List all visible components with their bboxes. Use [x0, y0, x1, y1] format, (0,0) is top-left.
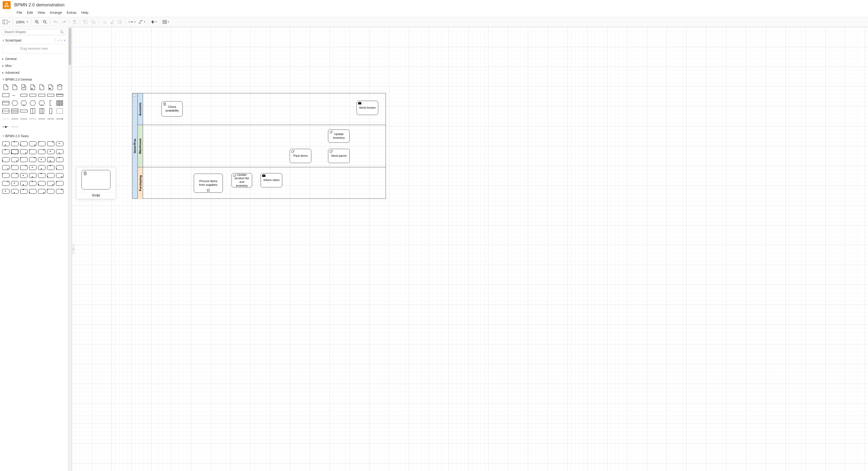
task-shape-6-1[interactable] — [11, 188, 19, 194]
task-shape-0-4[interactable] — [38, 140, 45, 147]
menu-extras[interactable]: Extras — [64, 10, 79, 15]
task-shape-1-4[interactable] — [38, 149, 45, 155]
canvas[interactable]: ◂ Script Items'R'us − − − − Accounts Che… — [72, 27, 868, 471]
shape-page-6[interactable] — [47, 84, 55, 90]
task-shape-0-5[interactable] — [47, 140, 55, 147]
shape-edge-4[interactable] — [29, 116, 36, 122]
shape-table[interactable] — [56, 100, 63, 106]
shape-rect-header[interactable] — [2, 100, 9, 106]
task-shape-6-0[interactable] — [2, 188, 9, 194]
search-input[interactable] — [4, 30, 60, 34]
to-back-button[interactable] — [89, 18, 97, 26]
task-shape-4-3[interactable] — [29, 172, 36, 179]
task-send-invoice[interactable]: Send invoice — [356, 101, 378, 115]
task-shape-5-4[interactable] — [38, 180, 45, 187]
task-shape-3-1[interactable] — [11, 164, 19, 171]
task-shape-3-3[interactable] — [29, 164, 36, 171]
shape-edge-5[interactable] — [38, 116, 45, 122]
task-shape-4-1[interactable] — [11, 172, 19, 179]
task-shape-2-6[interactable] — [56, 156, 63, 163]
task-shape-6-6[interactable] — [56, 188, 63, 194]
lane-warehouse[interactable]: Warehouse Update inventory Pack items Se… — [138, 125, 385, 167]
shape-rect-tall[interactable] — [47, 108, 55, 114]
connection-style-button[interactable]: ▼ — [127, 18, 137, 26]
task-shape-4-5[interactable] — [47, 172, 55, 179]
shape-edge-2[interactable] — [11, 116, 19, 122]
line-color-button[interactable] — [108, 18, 116, 26]
redo-button[interactable] — [60, 18, 68, 26]
bpmn-pool[interactable]: Items'R'us − − − − Accounts Check availa… — [132, 93, 386, 199]
shape-edge-8[interactable] — [2, 124, 9, 130]
scratchpad-dropzone[interactable]: Drag elements here — [2, 44, 66, 53]
shape-hexagon[interactable] — [11, 100, 19, 106]
zoom-out-button[interactable] — [41, 18, 49, 26]
shape-bracket[interactable] — [47, 100, 55, 106]
shape-edge-1[interactable] — [2, 116, 9, 122]
app-logo[interactable] — [3, 1, 10, 9]
section-bpmn-general[interactable]: ▼BPMN 2.0 General — [0, 76, 68, 83]
shape-rect2[interactable] — [20, 92, 28, 98]
section-advanced[interactable]: ▶Advanced — [0, 69, 68, 76]
task-shape-5-2[interactable] — [20, 180, 28, 187]
sidebar-collapse-handle[interactable]: ◂ — [72, 244, 74, 254]
pool-title[interactable]: Items'R'us — [132, 93, 138, 198]
scratchpad-add-icon[interactable]: + — [57, 39, 59, 42]
task-update-inventory[interactable]: Update inventory — [328, 129, 350, 143]
task-shape-6-5[interactable] — [47, 188, 55, 194]
shape-lane-v[interactable] — [29, 108, 36, 114]
shape-hexagon-4[interactable] — [38, 100, 45, 106]
zoom-in-button[interactable] — [33, 18, 41, 26]
shape-edge-9[interactable] — [11, 124, 19, 130]
task-shape-2-4[interactable] — [38, 156, 45, 163]
shape-lane-v2[interactable] — [38, 108, 45, 114]
shape-page-2[interactable] — [11, 84, 19, 90]
task-shape-5-5[interactable] — [47, 180, 55, 187]
task-update-product-list[interactable]: Update product list and inventory — [231, 173, 252, 187]
task-shape-0-2[interactable] — [20, 140, 28, 147]
task-send-parcel[interactable]: Send parcel — [328, 149, 350, 163]
task-shape-4-2[interactable] — [20, 172, 28, 179]
task-shape-1-5[interactable] — [47, 149, 55, 155]
shape-lane-h[interactable] — [2, 108, 9, 114]
section-misc[interactable]: ▶Misc — [0, 62, 68, 69]
search-shapes[interactable] — [2, 29, 66, 35]
task-shape-2-2[interactable] — [20, 156, 28, 163]
shape-dashed-rect[interactable] — [56, 108, 63, 114]
task-inform-client[interactable]: Inform client — [260, 173, 282, 187]
lane-accounts[interactable]: Accounts Check availability Send invoice — [138, 93, 385, 125]
undo-button[interactable] — [52, 18, 60, 26]
lane-purchasing[interactable]: Purchasing Procure items from suppliers … — [138, 167, 385, 199]
task-shape-2-1[interactable] — [11, 156, 19, 163]
shape-text[interactable]: Text — [11, 92, 19, 98]
menu-help[interactable]: Help — [79, 10, 91, 15]
task-shape-1-3[interactable] — [29, 149, 36, 155]
task-shape-1-2[interactable] — [20, 149, 28, 155]
waypoint-style-button[interactable]: ▼ — [137, 18, 147, 26]
sidebar-scrollbar[interactable] — [68, 27, 72, 471]
scratchpad-close-icon[interactable]: ✕ — [63, 39, 66, 42]
shape-page[interactable] — [2, 84, 9, 90]
menu-view[interactable]: View — [35, 10, 47, 15]
shape-edge-3[interactable] — [20, 116, 28, 122]
task-shape-1-0[interactable] — [2, 149, 9, 155]
task-shape-1-1[interactable] — [11, 149, 19, 155]
zoom-level[interactable]: 100%▼ — [14, 20, 30, 24]
shadow-button[interactable] — [116, 18, 124, 26]
shape-rect[interactable] — [2, 92, 9, 98]
task-shape-0-6[interactable] — [56, 140, 63, 147]
task-shape-3-0[interactable] — [2, 164, 9, 171]
document-title[interactable]: BPMN 2.0 demonstration — [14, 2, 64, 8]
task-shape-3-2[interactable] — [20, 164, 28, 171]
task-shape-2-0[interactable] — [2, 156, 9, 163]
task-shape-5-6[interactable] — [56, 180, 63, 187]
task-shape-1-6[interactable] — [56, 149, 63, 155]
task-shape-3-4[interactable] — [38, 164, 45, 171]
task-shape-5-1[interactable] — [11, 180, 19, 187]
shape-page-3[interactable] — [20, 84, 28, 90]
task-shape-2-3[interactable] — [29, 156, 36, 163]
task-check-availability[interactable]: Check availability — [161, 101, 183, 117]
task-pack-items[interactable]: Pack items — [290, 149, 311, 163]
shape-page-5[interactable] — [38, 84, 45, 90]
menu-edit[interactable]: Edit — [25, 10, 35, 15]
task-shape-6-3[interactable] — [29, 188, 36, 194]
